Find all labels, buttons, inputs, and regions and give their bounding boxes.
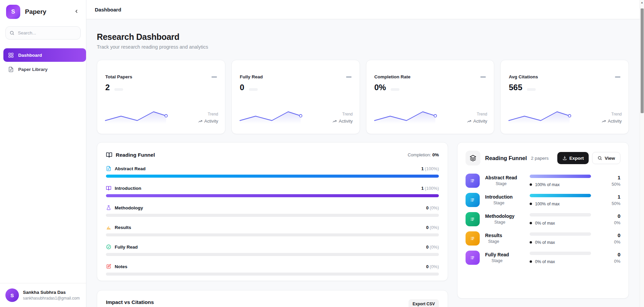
scrollbar-thumb[interactable] (641, 8, 644, 113)
stage-progress-track (530, 232, 591, 236)
stage-max-label: 0% of max (535, 240, 555, 245)
sidebar: S Papery Dashboard Paper Library S Sank (0, 0, 86, 307)
funnel-row-fully-read: Fully Read 0(0%) (106, 244, 439, 256)
trend-label: Trend (198, 112, 218, 117)
user-profile[interactable]: S Sankha Subhra Das sankhasubhradas1@gma… (0, 283, 86, 307)
activity-label: Activity (204, 119, 218, 124)
stage-progress-track (530, 175, 591, 178)
book-open-icon (106, 152, 112, 158)
funnel-row-pct: (100%) (425, 166, 439, 171)
trend-label: Trend (467, 112, 487, 117)
stage-row-methodology: Methodology Stage 0% of max 0 0% (466, 212, 620, 226)
sidebar-item-label: Dashboard (18, 53, 42, 58)
search-icon (597, 156, 602, 160)
list-icon (466, 212, 480, 226)
bullet-dot (530, 241, 532, 244)
minus-icon (346, 77, 352, 77)
progress-track (106, 233, 439, 236)
sparkline-chart (372, 107, 440, 124)
stage-name: Fully Read (485, 252, 509, 257)
stage-row-introduction: Introduction Stage 100% of max 1 50% (466, 193, 620, 207)
user-email: sankhasubhradas1@gmail.com (23, 296, 80, 301)
reading-funnel-card: Reading Funnel Completion: 0% (97, 142, 448, 281)
stat-value: 0% (374, 83, 386, 92)
stat-value: 0 (240, 83, 244, 92)
document-icon (8, 66, 14, 72)
impact-vs-citations-card: Impact vs Citations Export CSV (97, 290, 448, 307)
activity-label: Activity (339, 119, 353, 124)
stat-placeholder-pill (391, 88, 399, 91)
sparkline-chart (103, 107, 171, 124)
layers-icon (466, 151, 480, 165)
page-subtitle: Track your research reading progress and… (97, 44, 629, 50)
stage-value: 0 (606, 252, 620, 257)
stage-max-label: 0% of max (535, 221, 555, 226)
stat-placeholder-pill (114, 88, 123, 91)
stage-progress-track (530, 213, 591, 216)
vertical-scrollbar[interactable]: ▲ (640, 0, 644, 307)
stage-pct: 50% (606, 201, 620, 206)
sidebar-item-label: Paper Library (18, 67, 48, 72)
trend-label: Trend (601, 112, 622, 117)
sidebar-collapse-button[interactable] (72, 7, 81, 16)
bullet-dot (530, 260, 532, 263)
funnel-row-abstract-read: Abstract Read 1(100%) (106, 166, 439, 178)
stat-label: Total Papers (105, 74, 217, 79)
completion-value: 0% (432, 152, 439, 157)
stat-value: 2 (105, 83, 110, 92)
bar-chart-icon (106, 225, 112, 230)
sparkline-chart (507, 107, 574, 124)
list-icon (466, 231, 480, 246)
sidebar-item-dashboard[interactable]: Dashboard (3, 48, 86, 62)
progress-track (106, 214, 439, 217)
flask-icon (106, 205, 112, 211)
stage-progress-track (530, 252, 591, 255)
stage-progress-fill (530, 194, 591, 197)
stage-progress-fill (530, 175, 591, 178)
funnel-row-results: Results 0(0%) (106, 225, 439, 236)
stage-max-label: 100% of max (535, 202, 560, 206)
funnel-row-pct: (0%) (430, 225, 439, 230)
funnel-row-count: 1 (421, 166, 424, 171)
minus-icon (480, 77, 486, 77)
funnel-row-introduction: Introduction 1(100%) (106, 185, 439, 197)
stage-panel-title: Reading Funnel (485, 155, 527, 161)
user-name: Sankha Subhra Das (23, 290, 80, 295)
stage-pct: 0% (606, 259, 620, 264)
view-button[interactable]: View (592, 152, 620, 164)
topbar-title: Dashboard (95, 7, 121, 12)
export-button[interactable]: Export (557, 152, 589, 164)
stage-progress-track (530, 194, 591, 197)
funnel-row-pct: (0%) (430, 205, 439, 210)
file-text-icon (106, 166, 112, 172)
stage-max-label: 100% of max (535, 182, 560, 187)
search-input[interactable] (5, 26, 81, 40)
funnel-row-notes: Notes 0(0%) (106, 264, 439, 276)
right-column: Reading Funnel 2 papers Export View (457, 142, 629, 307)
impact-title: Impact vs Citations (106, 299, 154, 305)
progress-fill (106, 175, 439, 178)
reading-funnel-stage-panel: Reading Funnel 2 papers Export View (457, 142, 629, 299)
progress-track (106, 175, 439, 178)
list-icon (466, 193, 480, 207)
stat-card-row: Total Papers 2 Trend Activity (97, 60, 629, 134)
funnel-row-count: 1 (421, 186, 424, 191)
funnel-row-label: Introduction (115, 186, 141, 191)
progress-track (106, 253, 439, 256)
scroll-up-arrow-icon[interactable]: ▲ (640, 1, 644, 4)
list-icon (466, 174, 480, 188)
funnel-row-label: Methodology (115, 205, 143, 210)
funnel-row-count: 0 (426, 264, 428, 269)
export-csv-button[interactable]: Export CSV (409, 299, 439, 307)
activity-label: Activity (608, 119, 622, 124)
stat-card-total-papers: Total Papers 2 Trend Activity (97, 60, 225, 134)
stat-card-avg-citations: Avg Citations 565 Trend Activity (500, 60, 629, 134)
sidebar-item-paper-library[interactable]: Paper Library (3, 62, 86, 76)
stage-value: 0 (606, 232, 620, 238)
stat-label: Avg Citations (509, 74, 620, 79)
trending-up-icon (332, 119, 337, 124)
stage-value: 1 (606, 194, 620, 200)
funnel-row-count: 0 (426, 245, 428, 250)
stage-row-fully-read: Fully Read Stage 0% of max 0 0% (466, 251, 620, 265)
papers-count: 2 papers (531, 156, 557, 161)
